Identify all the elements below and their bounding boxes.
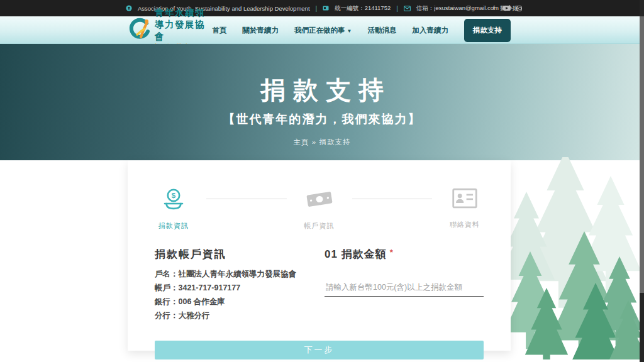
- facebook-icon[interactable]: f: [491, 5, 497, 12]
- page-title: 捐款支持: [0, 44, 644, 107]
- donation-account-info: 捐款帳戶資訊 戶名：社團法人青年永續領導力發展協會 帳戶：3421-717-91…: [155, 247, 306, 323]
- account-number-line: 帳戶：3421-717-917177: [155, 282, 306, 295]
- account-holder-line: 戶名：社團法人青年永續領導力發展協會: [155, 268, 306, 282]
- breadcrumb[interactable]: 主頁 » 捐款支持: [0, 138, 644, 147]
- topbar-separator: |: [396, 5, 398, 12]
- step-connector-line: [206, 199, 287, 199]
- chevron-down-icon: ▼: [347, 28, 352, 34]
- instagram-icon[interactable]: [516, 6, 522, 11]
- logo-mark-icon: [128, 18, 150, 43]
- id-card-icon: [323, 5, 329, 11]
- nav-item-news[interactable]: 活動消息: [368, 26, 397, 35]
- logo-title: 青年永續領導力發展協會: [155, 7, 212, 43]
- topbar-social: f: [491, 0, 522, 16]
- account-info-heading: 捐款帳戶資訊: [155, 247, 306, 261]
- step-account-info[interactable]: 帳戶資訊: [301, 188, 338, 231]
- next-step-button[interactable]: 下一步: [155, 341, 484, 359]
- donation-amount-section: 01 捐款金額*: [325, 247, 484, 323]
- scrollbar-thumb[interactable]: [640, 16, 644, 293]
- step-label: 捐款資訊: [158, 221, 189, 231]
- page-subtitle: 【世代青年的潛力，我們來協力】: [0, 111, 644, 128]
- required-asterisk: *: [390, 248, 394, 257]
- nav-item-donate[interactable]: 捐款支持: [464, 19, 511, 42]
- nav-item-what-we-do[interactable]: 我們正在做的事 ▼: [294, 26, 352, 35]
- amount-step-number: 01: [325, 248, 341, 260]
- main-menu: 首頁 關於青續力 我們正在做的事 ▼ 活動消息 加入青續力 捐款支持: [212, 19, 511, 42]
- step-label: 帳戶資訊: [304, 221, 335, 231]
- step-connector-line: [352, 199, 433, 199]
- amount-label: 捐款金額: [341, 248, 387, 260]
- branch-line: 分行：大雅分行: [155, 309, 306, 323]
- bank-line: 銀行：006 合作金庫: [155, 295, 306, 309]
- nav-item-about[interactable]: 關於青續力: [242, 26, 279, 35]
- mail-icon: [404, 6, 411, 11]
- form-grid: 捐款帳戶資訊 戶名：社團法人青年永續領導力發展協會 帳戶：3421-717-91…: [155, 247, 484, 323]
- stepper: $ 捐款資訊: [155, 188, 484, 231]
- amount-heading: 01 捐款金額*: [325, 247, 484, 261]
- navbar: 青年永續領導力發展協會 Association of Youth, Sustai…: [0, 16, 644, 44]
- topbar: Association of Youth, Sustainability and…: [0, 0, 644, 16]
- contact-card-icon: [452, 188, 477, 212]
- watercolor-trees-decoration: [506, 157, 640, 362]
- page: Association of Youth, Sustainability and…: [0, 0, 644, 362]
- topbar-tax-id: 統一編號：21411752: [335, 4, 391, 13]
- hero-banner: 捐款支持 【世代青年的潛力，我們來協力】 主頁 » 捐款支持: [0, 44, 644, 160]
- step-donation-info[interactable]: $ 捐款資訊: [155, 188, 192, 231]
- banknote-icon: [306, 188, 333, 213]
- donation-card: $ 捐款資訊: [128, 160, 511, 351]
- youtube-icon[interactable]: [503, 6, 511, 11]
- nav-item-join[interactable]: 加入青續力: [413, 26, 449, 35]
- topbar-separator: |: [316, 5, 318, 12]
- donation-coin-icon: $: [160, 188, 187, 213]
- step-label: 聯絡資料: [450, 220, 480, 229]
- scrollbar-track[interactable]: [640, 0, 644, 362]
- svg-text:$: $: [172, 192, 176, 199]
- donation-amount-input[interactable]: [325, 280, 484, 297]
- nav-item-home[interactable]: 首頁: [212, 26, 226, 35]
- step-contact-info[interactable]: 聯絡資料: [446, 188, 484, 229]
